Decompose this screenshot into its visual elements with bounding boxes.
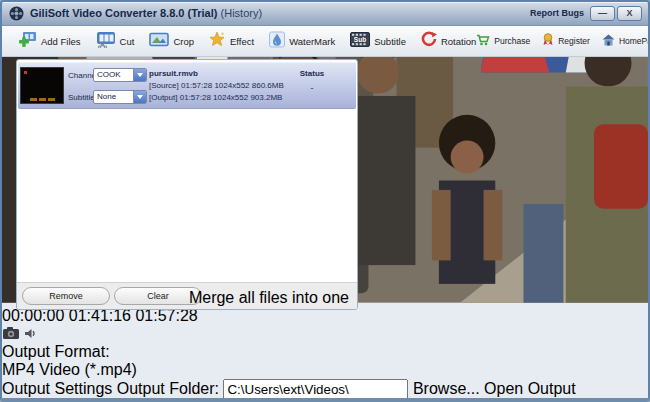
output-folder-input[interactable] (223, 379, 408, 400)
subtitle-icon-text: Sub (354, 35, 366, 42)
file-list-footer: Remove Clear Merge all files into one (17, 282, 357, 309)
titlebar: GiliSoft Video Converter 8.8.0 (Trial) (… (2, 2, 648, 26)
effect-button[interactable]: Effect (209, 31, 254, 51)
window-title-history: (History) (217, 7, 262, 19)
add-files-icon (18, 31, 37, 52)
output-settings-button[interactable]: Output Settings (2, 380, 112, 397)
crop-icon (149, 32, 169, 51)
channel-select[interactable]: COOK (93, 68, 147, 82)
purchase-button[interactable]: Purchase (476, 32, 530, 50)
output-folder-label: Output Folder: (117, 380, 219, 397)
register-button[interactable]: Register (542, 32, 590, 50)
home-icon (602, 32, 615, 50)
cut-button[interactable]: Cut (96, 31, 135, 52)
rotation-button[interactable]: Rotation (421, 31, 476, 51)
toolbar: Add Files Cut Crop Effect WaterMark Sub … (2, 26, 648, 57)
subtitle-value: None (97, 92, 116, 101)
output-format-select[interactable]: MP4 Video (*.mp4) (2, 361, 648, 379)
effect-icon (209, 31, 226, 51)
channel-value: COOK (97, 70, 121, 79)
cart-icon (476, 32, 490, 50)
merge-option: Merge all files into one (185, 289, 349, 307)
add-files-button[interactable]: Add Files (18, 31, 81, 52)
crop-button[interactable]: Crop (149, 32, 194, 51)
subtitle-label: Subtitle (374, 36, 406, 47)
homepage-label: HomePage (619, 36, 650, 46)
register-label: Register (558, 36, 590, 46)
status-value: - (282, 83, 342, 93)
toolbar-left-group: Add Files Cut Crop Effect WaterMark Sub … (2, 31, 476, 52)
homepage-button[interactable]: HomePage (602, 32, 650, 50)
file-thumbnail (20, 67, 64, 104)
playback-controls (2, 325, 648, 343)
minimize-button[interactable]: — (590, 6, 615, 21)
close-button[interactable]: X (617, 6, 642, 21)
watermark-label: WaterMark (289, 36, 335, 47)
cut-icon (96, 31, 116, 52)
app-window: GiliSoft Video Converter 8.8.0 (Trial) (… (0, 0, 650, 402)
chevron-down-icon[interactable] (133, 69, 146, 81)
browse-button[interactable]: Browse... (413, 380, 480, 397)
open-output-button[interactable]: Open Output (484, 380, 576, 397)
output-format-label: Output Format: (2, 343, 110, 360)
file-source-info: [Source] 01:57:28 1024x552 860.6MB (149, 80, 284, 92)
merge-label: Merge all files into one (189, 289, 349, 307)
purchase-label: Purchase (494, 36, 530, 46)
window-title-main: GiliSoft Video Converter 8.8.0 (Trial) (30, 7, 217, 19)
volume-icon[interactable] (24, 325, 36, 342)
status-column-header: Status (282, 69, 342, 78)
file-output-info: [Output] 01:57:28 1024x552 903.2MB (149, 92, 284, 104)
crop-label: Crop (173, 36, 194, 47)
file-row[interactable]: Channel: COOK Subtitle: None pursuit.rmv… (18, 62, 356, 109)
app-logo-icon (9, 6, 24, 25)
camera-icon (2, 326, 20, 339)
remove-button[interactable]: Remove (22, 287, 110, 305)
snapshot-button[interactable] (2, 325, 20, 342)
window-title: GiliSoft Video Converter 8.8.0 (Trial) (… (30, 7, 262, 19)
add-files-label: Add Files (41, 36, 81, 47)
effect-label: Effect (230, 36, 254, 47)
badge-icon (542, 32, 554, 50)
output-format-value: MP4 Video (*.mp4) (2, 361, 137, 378)
subtitle-button[interactable]: Sub Subtitle (350, 32, 406, 51)
subtitle-icon: Sub (350, 32, 370, 51)
thumbnail-credits (21, 98, 63, 101)
toolbar-right-group: Purchase Register HomePage (476, 32, 650, 50)
watermark-icon (269, 31, 285, 52)
report-bugs-link[interactable]: Report Bugs (530, 8, 584, 18)
file-info: pursuit.rmvb [Source] 01:57:28 1024x552 … (149, 68, 284, 104)
file-list-panel: Channel: COOK Subtitle: None pursuit.rmv… (16, 59, 358, 310)
chevron-down-icon[interactable] (133, 91, 146, 103)
rotation-label: Rotation (441, 36, 476, 47)
subtitle-select[interactable]: None (93, 90, 147, 104)
rotation-icon (421, 31, 437, 51)
cut-label: Cut (120, 36, 135, 47)
thumbnail-rec-dot (24, 71, 27, 74)
file-name: pursuit.rmvb (149, 68, 284, 80)
watermark-button[interactable]: WaterMark (269, 31, 335, 52)
